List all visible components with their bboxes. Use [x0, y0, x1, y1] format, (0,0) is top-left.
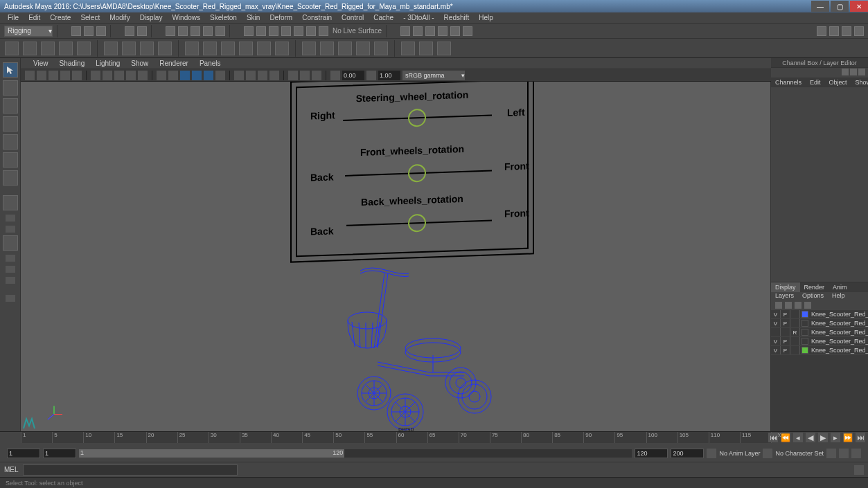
script-editor-icon[interactable]: [854, 465, 864, 475]
select-mode-icon[interactable]: [215, 26, 225, 36]
menu-skeleton[interactable]: Skeleton: [205, 14, 242, 21]
shelf-icon[interactable]: [401, 42, 415, 55]
render-icon[interactable]: [438, 26, 448, 36]
layer-vis[interactable]: V: [771, 346, 781, 354]
layer-menu-help[interactable]: Help: [832, 292, 845, 300]
snap-icon[interactable]: [294, 26, 303, 36]
go-start-icon[interactable]: ⏮: [768, 433, 778, 442]
auto-key-icon[interactable]: [826, 449, 836, 458]
step-back-icon[interactable]: ⏪: [781, 433, 790, 442]
layout-single[interactable]: [3, 195, 18, 210]
close-icon[interactable]: [858, 69, 865, 75]
minimize-button[interactable]: —: [811, 1, 829, 12]
layer-play[interactable]: [781, 328, 790, 336]
workspace-mode-dropdown[interactable]: Rigging ▾: [4, 26, 53, 37]
layer-ref[interactable]: R: [790, 328, 800, 336]
anim-layer-label[interactable]: No Anim Layer: [719, 450, 760, 457]
vp-tool-icon[interactable]: [91, 71, 100, 80]
vp-tool-icon[interactable]: [126, 71, 136, 80]
range-start-inner[interactable]: [43, 449, 76, 458]
layer-vis[interactable]: V: [771, 310, 781, 318]
tab-anim[interactable]: Anim: [829, 282, 851, 292]
shelf-icon[interactable]: [203, 42, 217, 55]
collapse-icon[interactable]: [6, 295, 15, 302]
vp-tool-icon[interactable]: [300, 71, 310, 80]
layer-row[interactable]: R Knee_Scooter_Red_Rig: [771, 328, 868, 337]
panel-toggle-icon[interactable]: [829, 26, 839, 36]
rotate-tool[interactable]: [3, 134, 18, 150]
range-end-outer[interactable]: [671, 449, 704, 458]
shelf-icon[interactable]: [275, 42, 289, 55]
layer-ref[interactable]: [790, 346, 800, 354]
tab-display[interactable]: Display: [771, 282, 800, 292]
render-icon[interactable]: [413, 26, 423, 36]
layer-row[interactable]: V P Knee_Scooter_Red_Rig: [771, 319, 868, 328]
range-end-inner[interactable]: [635, 449, 668, 458]
lasso-tool[interactable]: [3, 80, 18, 96]
menu-constrain[interactable]: Constrain: [297, 14, 337, 21]
step-fwd-icon[interactable]: ⏩: [843, 433, 853, 442]
vp-tool-icon[interactable]: [288, 71, 298, 80]
layer-ref[interactable]: [790, 337, 800, 345]
layer-menu-layers[interactable]: Layers: [775, 292, 794, 300]
render-icon[interactable]: [425, 26, 435, 36]
shelf-icon[interactable]: [41, 42, 55, 55]
vp-tool-icon[interactable]: [204, 71, 213, 80]
tab-edit[interactable]: Edit: [806, 78, 825, 87]
menu-skin[interactable]: Skin: [242, 14, 265, 21]
vp-tool-icon[interactable]: [192, 71, 202, 80]
vp-tool-icon[interactable]: [72, 71, 82, 80]
layer-row[interactable]: V P Knee_Scooter_Red_Rig: [771, 310, 868, 319]
menu-modify[interactable]: Modify: [105, 14, 134, 21]
layer-vis[interactable]: [771, 328, 781, 336]
vp-tool-icon[interactable]: [312, 71, 321, 80]
shelf-icon[interactable]: [320, 42, 334, 55]
panel-toggle-icon[interactable]: [817, 26, 826, 36]
render-icon[interactable]: [400, 26, 410, 36]
shelf-icon[interactable]: [158, 42, 172, 55]
last-tool[interactable]: [3, 170, 18, 186]
select-mode-icon[interactable]: [166, 26, 175, 36]
vp-tool-icon[interactable]: [215, 71, 225, 80]
shelf-icon[interactable]: [257, 42, 271, 55]
layer-color-swatch[interactable]: [801, 329, 808, 336]
channel-icon[interactable]: [842, 69, 849, 75]
open-scene-icon[interactable]: [84, 26, 94, 36]
color-space-dropdown[interactable]: sRGB gamma ▾: [402, 71, 465, 80]
snap-icon[interactable]: [281, 26, 291, 36]
menu-cache[interactable]: Cache: [369, 14, 398, 21]
tab-show[interactable]: Show: [851, 78, 868, 87]
prev-key-icon[interactable]: ◂: [793, 433, 803, 442]
save-scene-icon[interactable]: [96, 26, 106, 36]
vp-tool-icon[interactable]: [234, 71, 244, 80]
select-mode-icon[interactable]: [191, 26, 200, 36]
vp-tool-icon[interactable]: [37, 71, 46, 80]
menu-3dtoall[interactable]: - 3DtoAll -: [398, 14, 439, 21]
menu-create[interactable]: Create: [45, 14, 76, 21]
scooter-model[interactable]: [326, 258, 499, 431]
char-set-icon[interactable]: [763, 449, 772, 458]
layout-2x[interactable]: [6, 226, 15, 233]
layer-ref[interactable]: [790, 319, 800, 327]
panel-toggle-icon[interactable]: [854, 26, 864, 36]
gamma-icon[interactable]: [366, 71, 376, 80]
vp-tool-icon[interactable]: [48, 71, 58, 80]
menu-file[interactable]: File: [3, 14, 24, 21]
layout-2x[interactable]: [6, 215, 15, 222]
maximize-button[interactable]: ▢: [831, 1, 849, 12]
layer-tool-icon[interactable]: [785, 302, 792, 309]
panel-toggle-icon[interactable]: [842, 26, 851, 36]
time-slider[interactable]: 1510152025303540455055606570758085909510…: [21, 432, 771, 443]
vp-menu-lighting[interactable]: Lighting: [90, 60, 125, 67]
redo-icon[interactable]: [137, 26, 147, 36]
shelf-icon[interactable]: [77, 42, 91, 55]
exposure-icon[interactable]: [330, 71, 340, 80]
layout-4x[interactable]: [3, 235, 18, 251]
prefs-icon[interactable]: [851, 449, 861, 458]
vp-tool-icon[interactable]: [157, 71, 166, 80]
shelf-icon[interactable]: [122, 42, 136, 55]
vp-tool-icon[interactable]: [168, 71, 178, 80]
layer-play[interactable]: P: [781, 319, 790, 327]
vp-tool-icon[interactable]: [103, 71, 112, 80]
exposure-input[interactable]: [342, 71, 364, 80]
